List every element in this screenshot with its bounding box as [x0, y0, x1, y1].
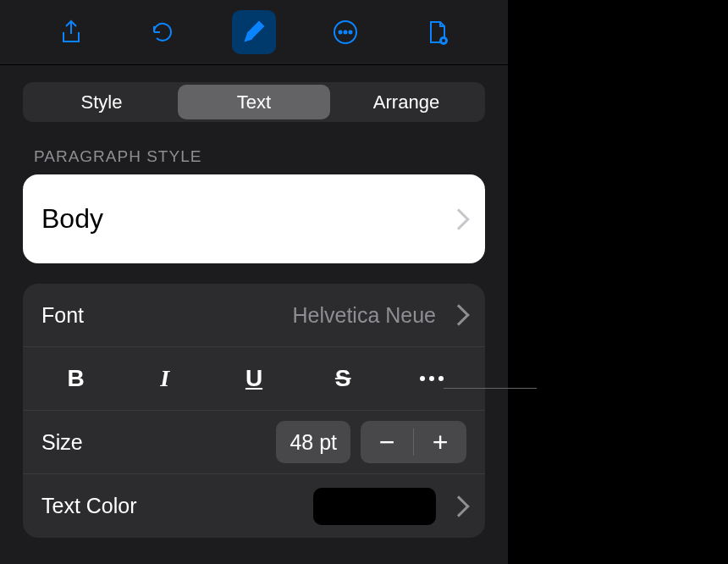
size-value[interactable]: 48 pt — [276, 421, 350, 463]
main-toolbar — [0, 0, 508, 65]
color-swatch[interactable] — [313, 488, 436, 525]
chevron-right-icon — [448, 304, 469, 325]
format-tabs: Style Text Arrange — [23, 82, 485, 122]
text-color-label: Text Color — [41, 494, 137, 518]
paragraph-style-value: Body — [41, 203, 103, 235]
more-text-options-button[interactable] — [388, 347, 477, 410]
callout-line — [444, 388, 537, 389]
svg-point-1 — [339, 31, 342, 34]
svg-point-5 — [442, 39, 445, 42]
format-panel: Style Text Arrange PARAGRAPH STYLE Body … — [0, 0, 508, 564]
tab-text[interactable]: Text — [178, 85, 330, 119]
undo-icon — [149, 19, 176, 46]
underline-button[interactable]: U — [209, 347, 298, 410]
paragraph-style-selector[interactable]: Body — [23, 174, 485, 263]
bold-button[interactable]: B — [31, 347, 120, 410]
paragraph-style-label: PARAGRAPH STYLE — [34, 147, 474, 166]
document-button[interactable] — [415, 10, 459, 54]
share-icon — [58, 19, 85, 46]
chevron-right-icon — [448, 495, 469, 517]
document-icon — [423, 19, 450, 46]
format-button[interactable] — [232, 10, 276, 54]
share-button[interactable] — [49, 10, 93, 54]
italic-button[interactable]: I — [120, 347, 209, 410]
font-value: Helvetica Neue — [292, 303, 436, 328]
svg-point-3 — [350, 31, 352, 34]
undo-button[interactable] — [141, 10, 185, 54]
text-color-row[interactable]: Text Color — [23, 474, 485, 538]
paintbrush-icon — [240, 19, 267, 46]
text-style-buttons: B I U S — [23, 347, 485, 411]
size-increase-button[interactable]: + — [414, 421, 466, 463]
size-decrease-button[interactable]: − — [361, 421, 413, 463]
text-format-card: Font Helvetica Neue B I U S Size 48 pt − — [23, 284, 485, 538]
font-row[interactable]: Font Helvetica Neue — [23, 284, 485, 347]
size-stepper: − + — [361, 421, 466, 463]
ellipsis-circle-icon — [332, 19, 359, 46]
size-row: Size 48 pt − + — [23, 411, 485, 474]
tab-style[interactable]: Style — [25, 85, 178, 119]
chevron-right-icon — [448, 208, 469, 229]
svg-point-2 — [345, 31, 347, 34]
size-label: Size — [41, 430, 83, 455]
font-label: Font — [41, 303, 84, 328]
tab-arrange[interactable]: Arrange — [330, 85, 483, 119]
strikethrough-button[interactable]: S — [299, 347, 388, 410]
ellipsis-icon — [420, 376, 444, 381]
more-button[interactable] — [323, 10, 367, 54]
